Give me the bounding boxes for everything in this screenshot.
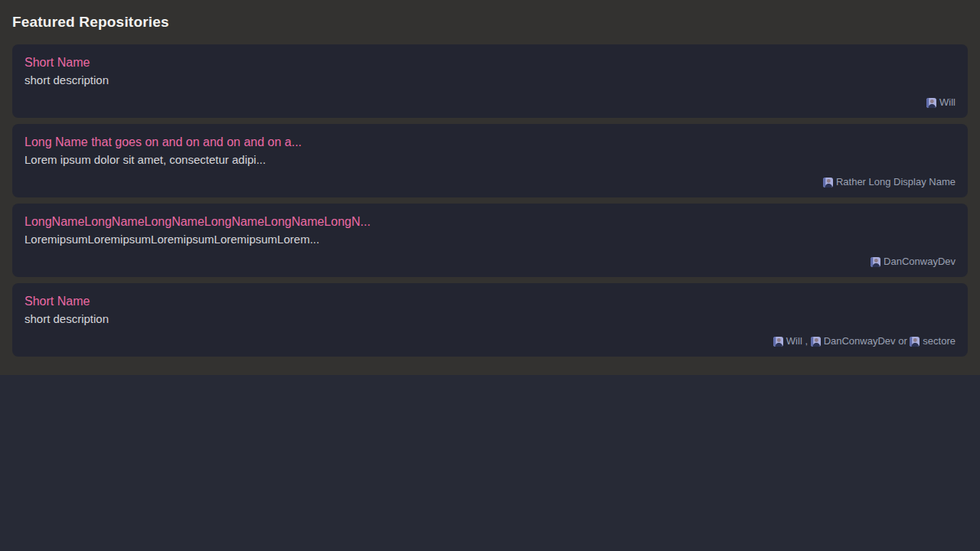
repo-card-list: Short Name short description Will Long N… xyxy=(12,44,968,357)
repo-description: Lorem ipsum dolor sit amet, consectetur … xyxy=(24,152,956,168)
maintainer-name: Will xyxy=(786,335,802,347)
maintainer-link[interactable]: Rather Long Display Name xyxy=(823,176,956,188)
maintainer-name: Rather Long Display Name xyxy=(836,176,956,188)
repo-name[interactable]: LongNameLongNameLongNameLongNameLongName… xyxy=(24,214,956,230)
repo-name[interactable]: Short Name xyxy=(24,293,956,310)
maintainer-link[interactable]: sectore xyxy=(910,335,956,347)
maintainer-name: Will xyxy=(939,96,956,109)
repo-name[interactable]: Long Name that goes on and on and on and… xyxy=(24,134,956,151)
repo-description: short description xyxy=(24,311,956,328)
maintainer-separator: or xyxy=(896,335,910,347)
maintainer-link[interactable]: Will xyxy=(926,96,956,109)
maintainer-name: DanConwayDev xyxy=(884,256,956,268)
repo-name[interactable]: Short Name xyxy=(24,54,956,71)
maintainer-name: DanConwayDev xyxy=(824,335,896,347)
avatar-icon xyxy=(910,337,920,347)
maintainer-row: Will xyxy=(24,96,956,109)
page-title: Featured Repositories xyxy=(12,12,968,32)
maintainer-row: DanConwayDev xyxy=(24,256,956,268)
repo-card[interactable]: Short Name short description Will xyxy=(12,44,968,118)
maintainer-name: sectore xyxy=(923,335,956,347)
repo-card[interactable]: Short Name short description Will , DanC… xyxy=(12,283,968,357)
avatar-icon xyxy=(823,178,833,187)
avatar-icon xyxy=(871,257,880,267)
repo-description: LoremipsumLoremipsumLoremipsumLoremipsum… xyxy=(24,231,956,248)
featured-repositories-section: Featured Repositories Short Name short d… xyxy=(0,0,980,375)
repo-card[interactable]: LongNameLongNameLongNameLongNameLongName… xyxy=(12,204,968,277)
maintainer-link[interactable]: DanConwayDev xyxy=(871,256,956,268)
maintainer-row: Will , DanConwayDev or sectore xyxy=(24,335,956,347)
maintainer-separator: , xyxy=(802,335,811,347)
repo-description: short description xyxy=(24,72,956,89)
maintainer-link[interactable]: Will xyxy=(773,335,802,347)
avatar-icon xyxy=(811,337,821,347)
repo-card[interactable]: Long Name that goes on and on and on and… xyxy=(12,124,968,197)
maintainer-row: Rather Long Display Name xyxy=(24,176,956,188)
maintainer-link[interactable]: DanConwayDev xyxy=(811,335,896,347)
avatar-icon xyxy=(773,337,783,347)
avatar-icon xyxy=(926,98,936,108)
